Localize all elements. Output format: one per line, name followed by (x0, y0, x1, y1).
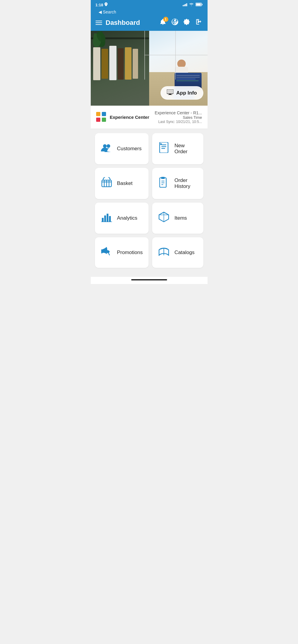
back-label: Search (103, 10, 116, 14)
svg-rect-20 (161, 177, 165, 179)
items-icon (158, 212, 170, 225)
svg-rect-27 (109, 216, 111, 222)
battery-icon (196, 3, 203, 7)
svg-rect-1 (202, 4, 202, 5)
order-history-button[interactable]: Order History (152, 168, 203, 199)
svg-rect-2 (196, 3, 201, 5)
svg-rect-24 (102, 218, 104, 222)
app-info-icon (167, 89, 173, 96)
svg-rect-4 (167, 90, 173, 93)
items-button[interactable]: Items (152, 203, 203, 234)
app-info-label: App Info (176, 90, 197, 96)
store-name: Experience Center - R1... (155, 110, 202, 115)
svg-point-7 (103, 144, 107, 148)
status-indicators (183, 3, 203, 7)
new-order-button[interactable]: New Order (152, 133, 203, 164)
catalogs-icon (158, 247, 170, 258)
notification-badge: 1 (163, 17, 168, 22)
status-bar: 1:18 (91, 0, 208, 8)
wifi-icon (189, 3, 194, 7)
last-sync: Last Sync: 10/21/21, 10:5... (155, 120, 202, 124)
promotions-button[interactable]: Promotions (95, 237, 149, 268)
globe-icon (171, 18, 179, 26)
svg-rect-26 (107, 214, 108, 222)
svg-rect-6 (168, 95, 172, 95)
svg-rect-29 (101, 249, 102, 253)
app-info-button[interactable]: App Info (161, 86, 203, 100)
customers-label: Customers (117, 146, 142, 152)
items-label: Items (174, 215, 187, 221)
promotions-label: Promotions (117, 250, 143, 256)
promotions-icon (101, 246, 112, 259)
gear-icon (183, 18, 191, 26)
customers-icon (101, 143, 112, 154)
chevron-left-icon: ◀ (99, 10, 102, 14)
catalogs-label: Catalogs (174, 250, 194, 256)
hero-section: App Info (91, 31, 208, 106)
store-type: Sales Time (155, 115, 202, 120)
store-info-section: Experience Center Experience Center - R1… (91, 106, 208, 129)
home-bar (131, 279, 167, 280)
logout-icon (195, 18, 203, 26)
basket-icon (101, 177, 112, 190)
hamburger-menu[interactable] (96, 21, 102, 25)
nav-title: Dashboard (106, 19, 140, 27)
new-order-label: New Order (174, 143, 197, 155)
order-history-icon (158, 177, 170, 190)
analytics-button[interactable]: Analytics (95, 203, 149, 234)
nav-bar: Dashboard 1 (91, 16, 208, 31)
location-icon (105, 2, 108, 7)
svg-line-30 (108, 253, 110, 255)
experience-center-logo (96, 112, 107, 123)
basket-label: Basket (117, 180, 133, 186)
svg-rect-25 (104, 215, 106, 222)
new-order-icon (158, 142, 170, 155)
analytics-icon (101, 212, 112, 224)
settings-button[interactable] (183, 18, 191, 27)
globe-button[interactable] (171, 18, 179, 27)
customers-button[interactable]: Customers (95, 133, 149, 164)
basket-button[interactable]: Basket (95, 168, 149, 199)
svg-point-8 (107, 144, 110, 148)
status-time: 1:18 (96, 3, 103, 7)
menu-grid: Customers New Order Baske (91, 129, 208, 277)
svg-rect-13 (160, 143, 162, 145)
catalogs-button[interactable]: Catalogs (152, 237, 203, 268)
order-history-label: Order History (174, 177, 197, 189)
back-button[interactable]: ◀ Search (96, 9, 203, 16)
home-indicator-area (91, 277, 208, 284)
logo-label: Experience Center (110, 115, 149, 120)
analytics-label: Analytics (117, 215, 137, 221)
notification-button[interactable]: 1 (159, 18, 167, 27)
logout-button[interactable] (195, 18, 203, 27)
svg-rect-5 (169, 94, 171, 95)
signal-icon (183, 3, 187, 6)
